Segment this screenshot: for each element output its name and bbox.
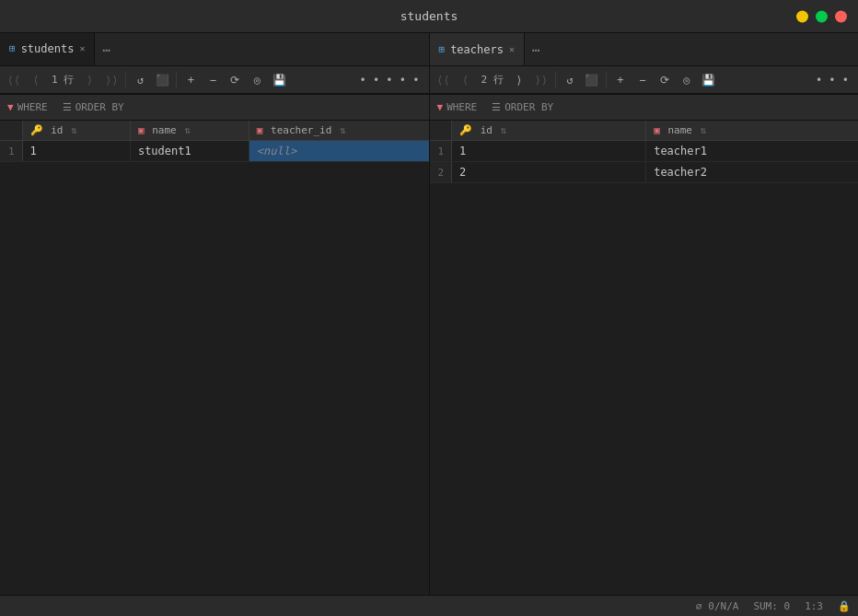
teachers-table: 🔑 id ⇅ ▣ name ⇅ 1 1 <box>430 121 859 183</box>
teachers-name-type-icon: ▣ <box>654 124 660 136</box>
tab-students[interactable]: ⊞ students ✕ <box>0 33 95 65</box>
teachers-orderby-icon: ☰ <box>492 101 501 113</box>
teachers-tab-more[interactable]: ⋯ <box>525 33 547 65</box>
students-save[interactable]: 💾 <box>269 70 289 90</box>
maximize-button[interactable] <box>816 10 828 22</box>
lock-icon: 🔒 <box>838 600 851 612</box>
teachers-header-row: 🔑 id ⇅ ▣ name ⇅ <box>430 121 859 141</box>
teacher-id-type-icon: ▣ <box>257 124 263 136</box>
teachers-row-1-name[interactable]: teacher1 <box>646 141 858 162</box>
teachers-view[interactable]: ◎ <box>677 70 697 90</box>
table-row: 2 2 teacher2 <box>430 162 859 183</box>
teachers-row-info: 2 行 <box>478 73 507 87</box>
teachers-where-label: WHERE <box>446 101 477 113</box>
students-row-1-id[interactable]: 1 <box>22 141 130 162</box>
students-tab-more[interactable]: ⋯ <box>95 33 117 65</box>
students-orderby-filter[interactable]: ☰ ORDER BY <box>63 101 124 113</box>
teachers-duplicate-row[interactable]: ⟳ <box>655 70 675 90</box>
teachers-row-2-name[interactable]: teacher2 <box>646 162 858 183</box>
students-orderby-label: ORDER BY <box>75 101 124 113</box>
teachers-row-1-id[interactable]: 1 <box>452 141 646 162</box>
teachers-nav-prev[interactable]: ⟨ <box>456 70 476 90</box>
teachers-orderby-filter[interactable]: ☰ ORDER BY <box>492 101 553 113</box>
students-col-id-sort[interactable]: ⇅ <box>71 124 77 136</box>
teachers-row-2-num: 2 <box>430 162 452 183</box>
teachers-col-id-label: id <box>481 124 493 136</box>
students-view[interactable]: ◎ <box>247 70 267 90</box>
students-row-num-header <box>0 121 22 141</box>
teachers-col-name-label: name <box>667 124 692 136</box>
students-where-filter[interactable]: ▼ WHERE <box>7 101 48 113</box>
students-stop[interactable]: ⬛ <box>152 70 172 90</box>
students-tab-icon: ⊞ <box>9 42 16 54</box>
teachers-save[interactable]: 💾 <box>699 70 719 90</box>
teachers-col-id-header[interactable]: 🔑 id ⇅ <box>452 121 646 141</box>
students-col-name-label: name <box>152 124 177 136</box>
null-count-label: ∅ 0/N/A <box>696 600 738 612</box>
teachers-where-filter[interactable]: ▼ WHERE <box>437 101 478 113</box>
students-row-1-name[interactable]: student1 <box>130 141 249 162</box>
teachers-nav-last[interactable]: ⟩⟩ <box>531 70 551 90</box>
teachers-delete-row[interactable]: − <box>632 70 653 90</box>
window-controls <box>796 10 847 22</box>
students-nav-last[interactable]: ⟩⟩ <box>101 70 122 90</box>
id-key-icon: 🔑 <box>30 124 43 136</box>
teachers-col-name-sort[interactable]: ⇅ <box>701 124 707 136</box>
students-col-name-header[interactable]: ▣ name ⇅ <box>130 121 249 141</box>
students-tab-label: students <box>21 42 75 55</box>
status-null-count: ∅ 0/N/A <box>696 600 738 612</box>
students-add-row[interactable]: + <box>180 70 201 90</box>
teachers-add-row[interactable]: + <box>610 70 631 90</box>
teachers-tab-close[interactable]: ✕ <box>509 44 515 54</box>
teachers-toolbar-more[interactable]: • • • <box>810 74 854 87</box>
table-row: 1 1 student1 <null> <box>0 141 429 162</box>
status-sum: SUM: 0 <box>753 600 790 612</box>
students-col-teacher-id-label: teacher_id <box>271 124 331 136</box>
students-toolbar-more[interactable]: • • • • • <box>354 74 424 87</box>
status-bar: ∅ 0/N/A SUM: 0 1:3 🔒 <box>0 595 858 616</box>
students-nav-prev[interactable]: ⟨ <box>26 70 46 90</box>
students-col-teacher-id-header[interactable]: ▣ teacher_id ⇅ <box>249 121 428 141</box>
teachers-orderby-label: ORDER BY <box>504 101 553 113</box>
table-row: 1 1 teacher1 <box>430 141 859 162</box>
students-row-info: 1 行 <box>48 73 77 87</box>
students-delete-row[interactable]: − <box>203 70 223 90</box>
students-table: 🔑 id ⇅ ▣ name ⇅ ▣ teacher_id ⇅ <box>0 121 429 162</box>
students-where-label: WHERE <box>17 101 48 113</box>
students-panel: ▼ WHERE ☰ ORDER BY 🔑 id ⇅ <box>0 95 430 595</box>
teachers-filter-icon: ▼ <box>437 101 444 113</box>
students-refresh[interactable]: ↺ <box>130 70 150 90</box>
students-orderby-icon: ☰ <box>63 101 72 113</box>
close-button[interactable] <box>835 10 847 22</box>
students-row-1-teacher-id[interactable]: <null> <box>249 141 428 162</box>
teachers-row-num-header <box>430 121 452 141</box>
teachers-nav-next[interactable]: ⟩ <box>509 70 529 90</box>
students-filter-bar: ▼ WHERE ☰ ORDER BY <box>0 95 429 121</box>
students-nav-first[interactable]: ⟨⟨ <box>4 70 24 90</box>
sum-label: SUM: 0 <box>753 600 790 612</box>
teachers-col-id-sort[interactable]: ⇅ <box>501 124 507 136</box>
teachers-filter-bar: ▼ WHERE ☰ ORDER BY <box>430 95 859 121</box>
teachers-tab-section: ⊞ teachers ✕ ⋯ <box>430 33 859 65</box>
students-col-name-sort[interactable]: ⇅ <box>184 124 191 136</box>
minimize-button[interactable] <box>796 10 808 22</box>
students-row-1-num: 1 <box>0 141 22 162</box>
teachers-tab-label: teachers <box>450 43 504 56</box>
window-title: students <box>400 9 458 23</box>
teachers-id-key-icon: 🔑 <box>459 124 472 136</box>
teachers-panel: ▼ WHERE ☰ ORDER BY 🔑 id ⇅ <box>430 95 859 595</box>
teachers-stop[interactable]: ⬛ <box>582 70 602 90</box>
students-col-teacher-id-sort[interactable]: ⇅ <box>340 124 346 136</box>
students-filter-icon: ▼ <box>7 101 14 113</box>
students-duplicate-row[interactable]: ⟳ <box>225 70 245 90</box>
teachers-nav-first[interactable]: ⟨⟨ <box>434 70 454 90</box>
teachers-refresh[interactable]: ↺ <box>560 70 580 90</box>
students-col-id-header[interactable]: 🔑 id ⇅ <box>22 121 130 141</box>
students-nav-next[interactable]: ⟩ <box>79 70 99 90</box>
students-tab-close[interactable]: ✕ <box>79 43 85 53</box>
teachers-col-name-header[interactable]: ▣ name ⇅ <box>646 121 858 141</box>
teachers-row-2-id[interactable]: 2 <box>452 162 646 183</box>
tab-teachers[interactable]: ⊞ teachers ✕ <box>430 33 525 65</box>
name-type-icon: ▣ <box>138 124 145 136</box>
students-col-id-label: id <box>51 124 63 136</box>
